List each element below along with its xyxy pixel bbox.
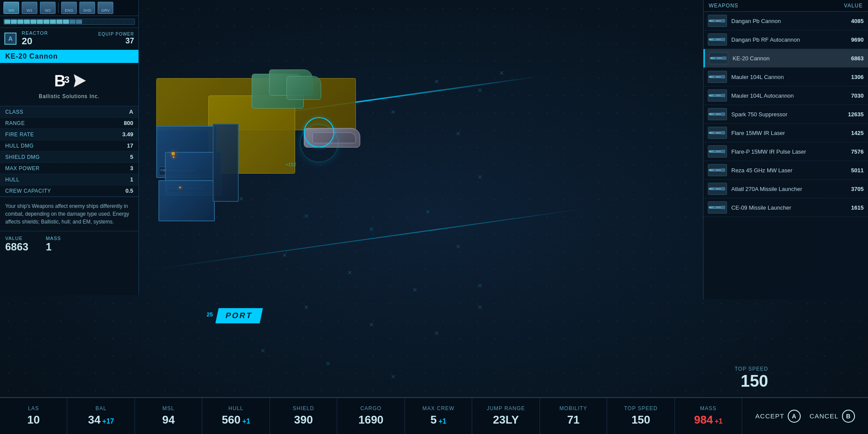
port-label: PORT <box>215 308 263 323</box>
cargo-box-3 <box>158 180 215 221</box>
svg-rect-40 <box>721 187 725 191</box>
svg-rect-41 <box>709 188 711 190</box>
grid-mark: ✕ <box>477 282 483 289</box>
weapon-value: 4085 <box>842 18 864 24</box>
weapon-icon <box>709 52 728 64</box>
stat-row: HULL1 <box>0 174 138 185</box>
fire-effect <box>179 187 181 188</box>
weapon-list-item[interactable]: Reza 45 GHz MW Laser 5011 <box>704 161 868 180</box>
stat-row: SHIELD DMG5 <box>0 151 138 163</box>
power-bar-container <box>0 16 138 28</box>
svg-rect-5 <box>709 20 711 22</box>
logo-symbol: B 3 <box>52 70 87 92</box>
svg-point-26 <box>714 113 716 115</box>
cancel-button[interactable]: CANCEL B <box>809 410 855 423</box>
grid-mark: ✕ <box>391 108 396 115</box>
power-seg <box>115 20 121 24</box>
weapon-name: KE-20 Cannon <box>733 55 842 62</box>
svg-rect-9 <box>709 39 711 40</box>
weapon-list-item[interactable]: Mauler 104L Autocannon 7030 <box>704 86 868 105</box>
bottom-stats: LAS 10 BAL 34+17 MSL 94 HULL 560+1 SHIEL… <box>0 398 742 434</box>
right-panel: WEAPONS VALUE Dangan Pb Cannon 4085 Dang… <box>703 0 868 299</box>
weapon-name: Mauler 104L Cannon <box>731 74 842 80</box>
svg-rect-12 <box>722 56 727 60</box>
weapon-icon <box>708 127 727 139</box>
port-number: 25 <box>207 311 213 318</box>
tab-grv[interactable]: GRV <box>98 2 113 14</box>
tab-w0[interactable]: W0 <box>3 2 19 14</box>
stat-row: RANGE800 <box>0 118 138 129</box>
grid-mark: ✕ <box>260 347 266 354</box>
weapon-list-item[interactable]: Dangan Pb Cannon 4085 <box>704 12 868 30</box>
grid-mark: ✕ <box>425 208 431 215</box>
weapon-icon <box>708 108 727 120</box>
svg-rect-33 <box>709 151 711 152</box>
power-seg <box>11 20 17 24</box>
svg-rect-44 <box>721 206 725 209</box>
bottom-stat-shield: SHIELD 390 <box>270 398 337 434</box>
power-seg <box>82 20 89 24</box>
svg-rect-25 <box>709 113 711 115</box>
power-seg <box>102 20 108 24</box>
bottom-stat-msl: MSL 94 <box>135 398 202 434</box>
weapon-list-item[interactable]: Flare 15MW IR Laser 1425 <box>704 124 868 142</box>
svg-rect-28 <box>721 131 725 135</box>
left-panel: W0 W1 W2 ENG SHD GRV <box>0 0 139 295</box>
bottom-stat-mass: MASS 984+1 <box>675 398 742 434</box>
tab-w1[interactable]: W1 <box>22 2 37 14</box>
selected-item-title: KE-20 Cannon <box>0 50 138 63</box>
distance-label: ≈152 <box>286 162 296 167</box>
weapon-list-item[interactable]: Mauler 104L Cannon 1306 <box>704 68 868 86</box>
tab-eng[interactable]: ENG <box>61 2 77 14</box>
svg-rect-4 <box>721 19 725 23</box>
tab-shd[interactable]: SHD <box>79 2 95 14</box>
grid-mark: ✕ <box>391 373 396 380</box>
svg-rect-16 <box>721 75 725 79</box>
grid-mark: ✕ <box>369 226 374 233</box>
weapon-value: 1615 <box>842 204 864 211</box>
weapon-name: Mauler 104L Autocannon <box>731 92 842 99</box>
power-seg <box>17 20 23 24</box>
svg-rect-17 <box>709 76 711 78</box>
reactor-info: A REACTOR 20 EQUIP POWER 37 <box>0 28 138 50</box>
stat-row: MAX POWER3 <box>0 163 138 174</box>
svg-rect-37 <box>709 169 711 171</box>
top-speed-display: top SPEED 150 <box>735 366 768 391</box>
tab-w2[interactable]: W2 <box>40 2 56 14</box>
power-bar <box>3 19 135 25</box>
weapon-value: 1425 <box>842 130 864 136</box>
bottom-stat-bal: BAL 34+17 <box>67 398 135 434</box>
grid-mark: ✕ <box>239 195 244 202</box>
accept-button[interactable]: ACCEPT A <box>755 410 801 423</box>
weapon-list-item[interactable]: Flare-P 15MW IR Pulse Laser 7576 <box>704 142 868 161</box>
power-seg <box>50 20 56 24</box>
value-group: VALUE 6863 <box>5 236 28 253</box>
svg-point-14 <box>715 57 717 59</box>
svg-rect-21 <box>709 95 711 96</box>
weapon-list-item[interactable]: CE-09 Missile Launcher 1615 <box>704 198 868 217</box>
stat-row: CLASSA <box>0 106 138 118</box>
weapon-name: Atlatl 270A Missile Launcher <box>731 186 842 192</box>
weapon-value: 5011 <box>842 167 864 174</box>
cargo-box-side <box>213 124 239 202</box>
bottom-stat-top-speed: TOP SPEED 150 <box>607 398 674 434</box>
weapons-list[interactable]: Dangan Pb Cannon 4085 Dangan Pb RF Autoc… <box>704 12 868 296</box>
svg-point-42 <box>714 188 716 190</box>
grid-mark: ✕ <box>477 87 483 94</box>
weapon-name: Reza 45 GHz MW Laser <box>731 167 842 174</box>
target-reticle-outer <box>300 124 338 162</box>
grid-mark: ✕ <box>326 360 331 367</box>
svg-rect-24 <box>721 112 725 116</box>
stat-row: CREW CAPACITY0.5 <box>0 185 138 197</box>
weapon-list-item[interactable]: Dangan Pb RF Autocannon 9690 <box>704 30 868 49</box>
weapon-icon <box>708 183 727 195</box>
power-seg <box>76 20 82 24</box>
weapon-icon <box>708 145 727 158</box>
weapon-value: 9690 <box>842 36 864 43</box>
power-seg <box>37 20 43 24</box>
power-seg <box>63 20 69 24</box>
svg-rect-13 <box>710 57 713 59</box>
weapon-list-item[interactable]: KE-20 Cannon 6863 <box>704 49 868 68</box>
weapon-list-item[interactable]: Spark 750 Suppressor 12635 <box>704 105 868 124</box>
weapon-list-item[interactable]: Atlatl 270A Missile Launcher 3705 <box>704 180 868 198</box>
